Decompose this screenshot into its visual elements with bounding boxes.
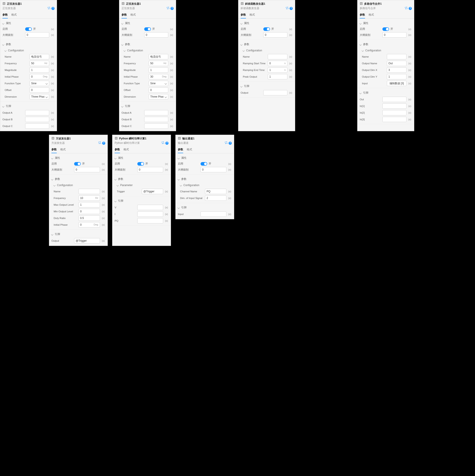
outline-input[interactable] <box>144 32 168 38</box>
tab-format[interactable]: 格式 <box>187 148 192 153</box>
outline-input[interactable] <box>74 167 100 172</box>
frequency-input[interactable] <box>79 195 100 201</box>
pin-in2-input[interactable] <box>383 110 406 115</box>
tab-format[interactable]: 格式 <box>60 148 66 153</box>
name-input[interactable] <box>79 189 100 194</box>
output-input[interactable] <box>263 90 287 95</box>
pin-pq-input[interactable] <box>137 218 163 223</box>
pin-i-input[interactable] <box>137 211 163 217</box>
tab-params[interactable]: 参数 <box>178 148 183 153</box>
dimension-select[interactable]: Three Phase <box>149 94 168 99</box>
swap-icon[interactable] <box>161 141 164 145</box>
edit-data-button[interactable]: 编辑数据 [3] <box>387 81 406 86</box>
section-config[interactable]: Configuration <box>2 48 55 53</box>
start-time-input[interactable] <box>268 61 287 66</box>
outline-input[interactable] <box>201 167 226 172</box>
outline-input[interactable] <box>263 32 287 38</box>
offset-input[interactable] <box>149 87 168 93</box>
output-a-input[interactable] <box>25 110 49 115</box>
enable-switch[interactable] <box>144 27 151 31</box>
pin-in1-input[interactable] <box>383 103 406 109</box>
pin-v-input[interactable] <box>137 205 163 210</box>
tab-format[interactable]: 格式 <box>250 13 255 18</box>
output-c-input[interactable] <box>25 123 49 129</box>
output-name-input[interactable] <box>387 61 406 66</box>
duty-ratio-input[interactable] <box>79 215 100 221</box>
tab-format[interactable]: 格式 <box>130 13 136 18</box>
section-attributes[interactable]: 属性 <box>2 20 55 26</box>
outline-label: 大纲级别 <box>2 33 24 37</box>
trigger-input[interactable] <box>142 189 163 194</box>
help-icon[interactable]: ? <box>170 7 174 10</box>
dim-x-input[interactable] <box>387 67 406 73</box>
enable-switch[interactable] <box>383 27 389 31</box>
panel-square: 方波发生器1 方波发生器? 参数格式 属性 启用开(x) 大纲级别(x) 参数 … <box>49 135 108 246</box>
pin-input-input[interactable] <box>201 211 226 217</box>
frequency-input[interactable] <box>149 61 168 66</box>
section-pins[interactable]: 引脚 <box>2 103 55 109</box>
name-input[interactable] <box>268 54 287 59</box>
help-icon[interactable]: ? <box>165 142 168 145</box>
magnitude-input[interactable] <box>30 67 49 73</box>
enable-switch[interactable] <box>201 162 207 166</box>
help-icon[interactable]: ? <box>290 7 293 10</box>
tab-params[interactable]: 参数 <box>122 13 127 18</box>
tab-params[interactable]: 参数 <box>241 13 246 18</box>
magnitude-input[interactable] <box>149 67 168 73</box>
tab-params[interactable]: 参数 <box>115 148 120 153</box>
offset-input[interactable] <box>30 87 49 93</box>
dim-y-input[interactable] <box>387 74 406 79</box>
pin-in3-input[interactable] <box>383 117 406 122</box>
clear-icon[interactable]: (x) <box>51 28 55 31</box>
function-type-select[interactable]: Sine <box>30 81 49 86</box>
panel-sine-1: 正弦发生器1 正弦发生器 ? 参数格式 属性 启用开(x) 大纲级别(x) 参数… <box>0 0 57 131</box>
tab-format[interactable]: 格式 <box>11 13 17 18</box>
output-c-input[interactable] <box>144 123 168 129</box>
peak-output-input[interactable] <box>268 74 287 79</box>
phase-input[interactable] <box>30 74 49 79</box>
output-input[interactable] <box>74 238 100 243</box>
end-time-input[interactable] <box>268 67 287 73</box>
enable-switch[interactable] <box>137 162 144 166</box>
section-params[interactable]: 参数 <box>2 41 55 48</box>
enable-switch[interactable] <box>263 27 270 31</box>
phase-input[interactable] <box>149 74 168 79</box>
tab-params[interactable]: 参数 <box>360 13 365 18</box>
frequency-input[interactable] <box>30 61 49 66</box>
name-input[interactable] <box>149 54 168 59</box>
output-b-input[interactable] <box>144 117 168 122</box>
name-input[interactable] <box>30 54 49 59</box>
tab-format[interactable]: 格式 <box>369 13 374 18</box>
help-icon[interactable]: ? <box>51 7 55 10</box>
enable-switch[interactable] <box>74 162 81 166</box>
channel-name-input[interactable] <box>205 189 226 194</box>
panel-mux: 多路信号合并1 多路信号合并? 参数格式 属性 启用开(x) 大纲级别(x) 参… <box>357 0 414 131</box>
swap-icon[interactable] <box>225 141 228 145</box>
help-icon[interactable]: ? <box>229 142 232 145</box>
swap-icon[interactable] <box>47 6 51 10</box>
phase-input[interactable] <box>79 222 100 227</box>
tab-params[interactable]: 参数 <box>2 13 8 18</box>
help-icon[interactable]: ? <box>409 7 412 10</box>
name-input[interactable] <box>387 54 406 59</box>
output-a-input[interactable] <box>144 110 168 115</box>
help-icon[interactable]: ? <box>102 142 105 145</box>
max-output-input[interactable] <box>79 202 100 207</box>
dim-input[interactable] <box>205 195 226 201</box>
tab-params[interactable]: 参数 <box>51 148 57 153</box>
pin-out-input[interactable] <box>383 97 406 102</box>
output-b-input[interactable] <box>25 117 49 122</box>
dimension-select[interactable]: Three Phase <box>30 94 49 99</box>
outline-input[interactable] <box>137 167 163 172</box>
swap-icon[interactable] <box>405 6 408 10</box>
min-output-input[interactable] <box>79 209 100 214</box>
swap-icon[interactable] <box>166 6 170 10</box>
enable-switch[interactable] <box>25 27 32 31</box>
panel-sine-2: 正弦发生器1 正弦发生器? 参数格式 属性 启用开(x) 大纲级别(x) 参数 … <box>119 0 176 131</box>
swap-icon[interactable] <box>98 141 101 145</box>
outline-input[interactable] <box>383 32 406 38</box>
outline-input[interactable] <box>25 32 49 38</box>
function-type-select[interactable]: Sine <box>149 81 168 86</box>
swap-icon[interactable] <box>286 6 289 10</box>
tab-format[interactable]: 格式 <box>124 148 129 153</box>
